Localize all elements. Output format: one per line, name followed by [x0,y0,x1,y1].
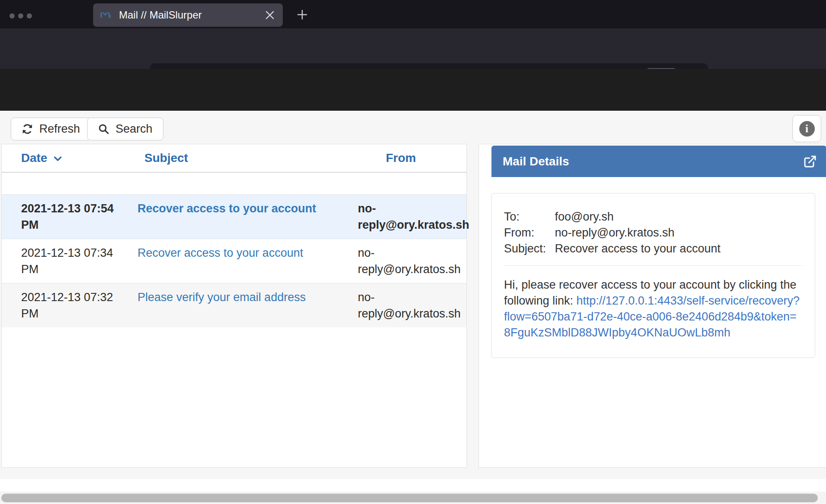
mail-subject-link[interactable]: Recover access to your account [122,245,354,277]
horizontal-scrollbar-thumb[interactable] [1,494,818,502]
subject-label: Subject: [504,241,555,257]
window-controls[interactable] [9,13,32,19]
mail-list: Date Subject From 2021-12-13 07:54 PM Re… [1,144,467,468]
mail-details-panel: Mail Details To: foo@ory.sh From: no-rep… [479,144,826,468]
refresh-button[interactable]: Refresh [11,118,91,140]
window-minimize-dot[interactable] [18,13,23,19]
mail-from: no-reply@ory.kratos.sh [354,289,466,322]
column-header-date[interactable]: Date [2,151,122,165]
open-external-icon[interactable] [803,155,817,168]
mail-row-selected[interactable]: 2021-12-13 07:54 PM Recover access to yo… [2,194,466,239]
page-footer-strip [0,479,826,492]
to-label: To: [504,209,555,225]
mail-list-header: Date Subject From [2,144,466,173]
window-maximize-dot[interactable] [27,13,32,19]
browser-tab-bar: s Mail // MailSlurper [0,0,826,28]
date-column-label: Date [21,151,47,165]
tab-close-icon[interactable] [264,9,276,21]
refresh-icon [22,123,33,135]
search-label: Search [116,122,153,136]
browser-window: s Mail // MailSlurper [0,0,826,504]
mailslurper-favicon: s [100,10,113,20]
mail-subject-link[interactable]: Recover access to your account [122,200,354,233]
sort-descending-icon [53,154,63,164]
window-close-dot[interactable] [9,13,15,19]
mail-date: 2021-12-13 07:54 PM [2,200,122,233]
column-header-subject[interactable]: Subject [122,151,354,165]
mail-details-header: Mail Details [491,146,826,177]
svg-text:s: s [108,13,111,19]
mail-details-title: Mail Details [503,155,803,168]
new-tab-icon[interactable] [296,8,309,21]
mailslurper-header: s [0,69,826,111]
mail-date: 2021-12-13 07:34 PM [2,245,122,277]
info-icon: i [799,121,815,137]
column-header-from[interactable]: From [354,151,466,165]
to-value: foo@ory.sh [555,209,803,225]
meta-body-divider [504,265,803,266]
mail-meta: To: foo@ory.sh From: no-reply@ory.kratos… [504,209,803,257]
list-spacer [2,173,466,194]
from-label: From: [504,225,555,241]
horizontal-scrollbar [0,493,826,504]
mail-row[interactable]: 2021-12-13 07:34 PM Recover access to yo… [2,239,466,283]
browser-toolbar: 127.0.0.1:4436/# 90% [0,28,826,69]
mail-from: no-reply@ory.kratos.sh [354,200,472,233]
mail-details-card: To: foo@ory.sh From: no-reply@ory.kratos… [491,193,815,358]
mail-body: Hi, please recover access to your accoun… [504,277,803,341]
browser-tab[interactable]: s Mail // MailSlurper [93,3,283,27]
search-icon [98,123,110,135]
mail-subject-link[interactable]: Please verify your email address [122,289,354,322]
info-button[interactable]: i [792,115,821,142]
tab-title: Mail // MailSlurper [119,9,264,21]
subject-value: Recover access to your account [555,241,803,257]
mail-date: 2021-12-13 07:32 PM [2,289,122,322]
from-value: no-reply@ory.kratos.sh [555,225,803,241]
mail-from: no-reply@ory.kratos.sh [354,245,466,277]
refresh-label: Refresh [39,122,80,136]
search-button[interactable]: Search [87,118,163,140]
mail-row[interactable]: 2021-12-13 07:32 PM Please verify your e… [2,283,466,327]
